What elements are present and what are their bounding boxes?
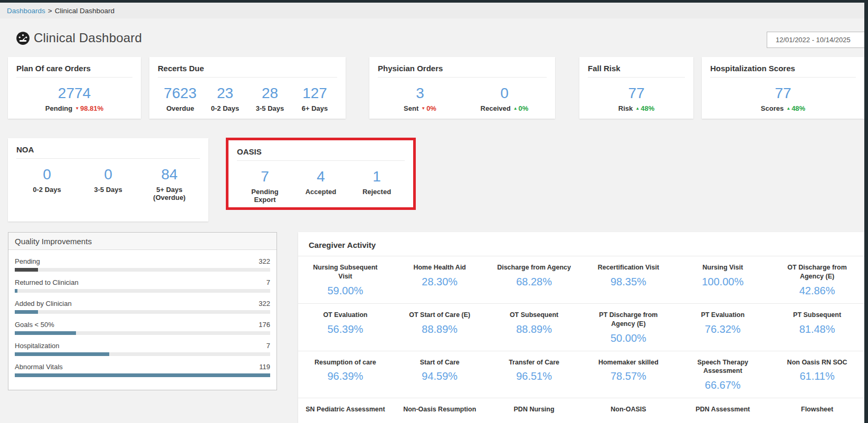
stat-label: Rejected (363, 188, 391, 196)
metric-value[interactable]: 68.28% (494, 276, 574, 288)
stat-value[interactable]: 0 (16, 166, 78, 183)
trend: 98.81% (75, 104, 103, 112)
card-fall-risk: Fall Risk 77 Risk48% (579, 57, 693, 119)
stat-label: 0-2 Days (33, 186, 61, 194)
stat-value[interactable]: 23 (203, 85, 247, 102)
metric-cell: OT Subsequent 88.89% (487, 304, 581, 351)
metric-value[interactable]: 88.89% (400, 323, 480, 335)
qi-progress-fill (15, 352, 109, 356)
stat-value[interactable]: 0 (462, 85, 547, 102)
stat-0-2-days: 23 0-2 Days (203, 85, 247, 112)
metric-cell: Speech Therapy Assessment 66.67% (675, 351, 770, 398)
stat-label: Received (481, 104, 511, 112)
stat-label: Accepted (306, 188, 337, 196)
qi-label: Added by Clinician (15, 300, 72, 307)
caret-up-icon (513, 106, 518, 111)
metric-value[interactable]: 94.59% (400, 370, 480, 382)
stat-value[interactable]: 77 (588, 85, 685, 102)
stat-label: Pending (45, 104, 72, 112)
date-range-picker[interactable]: 12/01/2022 - 10/14/2025 (767, 32, 868, 48)
metric-label: PDN Assessment (683, 405, 762, 414)
caret-up-icon (786, 106, 790, 111)
metric-cell: Start of Care 94.59% (393, 351, 487, 398)
card-plan-of-care-orders: Plan Of care Orders 2774 Pending98.81% (8, 57, 141, 119)
card-title: Hospitalization Scores (710, 64, 856, 78)
metric-cell: Flowsheet (770, 398, 864, 420)
stat-value[interactable]: 1 (349, 168, 405, 185)
stat-value[interactable]: 84 (139, 166, 200, 183)
metric-value[interactable]: 81.48% (777, 323, 857, 335)
stat-label: Overdue (166, 104, 194, 112)
metric-label: Start of Care (400, 358, 480, 367)
metric-cell: Non-Oasis Resumption (393, 398, 487, 420)
stat-5-plus-days-overdue: 84 5+ Days (Overdue) (139, 166, 200, 201)
metric-label: Non Oasis RN SOC (777, 358, 857, 367)
metric-value[interactable]: 100.00% (683, 276, 762, 288)
qi-label: Pending (15, 257, 40, 265)
metric-label: Non-OASIS (588, 405, 668, 414)
metric-cell: Recertification Visit 98.35% (581, 256, 675, 303)
breadcrumb-dashboards-link[interactable]: Dashboards (7, 7, 45, 15)
metric-value[interactable]: 66.67% (683, 379, 762, 391)
metric-label: OT Evaluation (306, 311, 385, 320)
qi-progress-track (15, 310, 270, 314)
metric-label: Recertification Visit (588, 263, 668, 272)
breadcrumb-current: Clinical Dashboard (55, 7, 115, 15)
metric-label: PT Discharge from Agency (E) (588, 311, 668, 329)
metric-label: PT Evaluation (683, 311, 762, 320)
metric-cell: PT Subsequent 81.48% (770, 304, 864, 351)
stat-value[interactable]: 7623 (158, 85, 203, 102)
trend: 48% (786, 104, 805, 112)
card-title: Recerts Due (158, 64, 337, 78)
metric-label: PDN Nursing (494, 405, 574, 414)
trend-value: 0% (519, 104, 529, 112)
stat-value[interactable]: 3 (378, 85, 462, 102)
qi-progress-track (15, 331, 270, 335)
qi-progress-track (15, 352, 270, 356)
stat-value[interactable]: 0 (78, 166, 139, 183)
metric-value[interactable]: 42.86% (777, 285, 857, 297)
stat-value[interactable]: 127 (292, 85, 337, 102)
dashboard-gauge-icon (16, 31, 30, 45)
metric-cell: Nursing Subsequent Visit 59.00% (298, 256, 393, 303)
metric-cell: Non-OASIS (581, 398, 675, 420)
stat-value[interactable]: 77 (710, 85, 856, 102)
qi-progress-track (15, 373, 270, 377)
metric-cell: PDN Assessment (675, 398, 770, 420)
caregiver-activity-row: OT Evaluation 56.39% OT Start of Care (E… (298, 304, 864, 351)
metric-value[interactable]: 28.30% (400, 276, 480, 288)
metric-value[interactable]: 98.35% (588, 276, 668, 288)
qi-item-added-by-clinician: Added by Clinician 322 (15, 300, 270, 314)
stat-label: Pending Export (241, 188, 289, 204)
page-header: Clinical Dashboard (16, 31, 142, 45)
breadcrumb: Dashboards > Clinical Dashboard (0, 3, 868, 18)
metric-value[interactable]: 59.00% (306, 285, 385, 297)
metric-value[interactable]: 78.57% (588, 370, 668, 382)
qi-value: 7 (266, 342, 270, 350)
stat-received: 0 Received0% (462, 85, 547, 112)
metric-value[interactable]: 96.51% (494, 370, 574, 382)
metric-label: Speech Therapy Assessment (683, 358, 762, 376)
metric-value[interactable]: 96.39% (306, 370, 385, 382)
metric-value[interactable]: 88.89% (494, 323, 574, 335)
qi-progress-fill (15, 331, 76, 335)
trend-value: 48% (641, 104, 654, 112)
card-hospitalization-scores: Hospitalization Scores 77 Scores48% (702, 57, 864, 119)
stat-value[interactable]: 28 (247, 85, 292, 102)
stat-label: 3-5 Days (94, 186, 122, 194)
metric-value[interactable]: 50.00% (588, 332, 668, 344)
metric-cell: OT Evaluation 56.39% (298, 304, 393, 351)
quality-improvements-panel: Quality Improvements Pending 322 Returne… (8, 232, 277, 390)
qi-progress-fill (15, 268, 38, 272)
stat-value[interactable]: 4 (293, 168, 349, 185)
stat-accepted: 4 Accepted (293, 168, 349, 204)
stat-pending-export: 7 Pending Export (237, 168, 293, 204)
metric-value[interactable]: 76.32% (683, 323, 762, 335)
card-title: Fall Risk (588, 64, 685, 78)
card-recerts-due: Recerts Due 7623 Overdue 23 0-2 Days 28 … (149, 57, 346, 119)
stat-sent: 3 Sent0% (378, 85, 462, 112)
stat-value[interactable]: 7 (237, 168, 293, 185)
metric-value[interactable]: 61.11% (777, 370, 857, 382)
metric-value[interactable]: 56.39% (306, 323, 385, 335)
stat-value[interactable]: 2774 (16, 85, 132, 102)
